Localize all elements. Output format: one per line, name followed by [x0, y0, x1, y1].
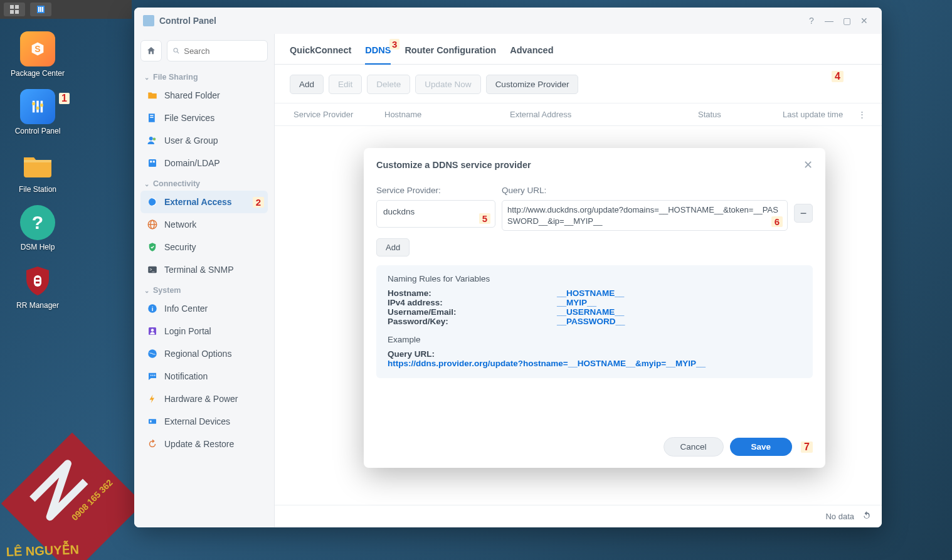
sidebar-item-hardware-power[interactable]: Hardware & Power: [140, 388, 268, 410]
help-icon[interactable]: ?: [803, 12, 820, 29]
sidebar-item-terminal-snmp[interactable]: >_Terminal & SNMP: [140, 258, 268, 281]
callout-badge: 6: [771, 216, 783, 227]
sidebar-item-network[interactable]: Network: [140, 213, 268, 236]
sidebar-item-file-services[interactable]: File Services: [140, 107, 268, 129]
table-header: Service Provider Hostname External Addre…: [275, 103, 882, 126]
sidebar-item-shared-folder[interactable]: Shared Folder: [140, 84, 268, 107]
folder-icon: [147, 90, 158, 101]
desktop-icon-control-panel[interactable]: Control Panel 1: [9, 89, 66, 135]
sidebar-item-update-restore[interactable]: Update & Restore: [140, 433, 268, 455]
chat-icon: [147, 371, 158, 382]
chevron-down-icon: ⌄: [144, 74, 149, 81]
window-title: Control Panel: [159, 16, 216, 26]
desktop-icon-label: Control Panel: [15, 127, 61, 135]
cancel-button[interactable]: Cancel: [664, 437, 724, 457]
desktop-icon-rr-manager[interactable]: RR Manager: [9, 263, 66, 310]
shield-icon: [147, 241, 158, 253]
customize-provider-button[interactable]: Customize Provider: [486, 75, 579, 94]
maximize-icon[interactable]: ▢: [838, 12, 855, 29]
query-url-input[interactable]: http://www.duckdns.org/update?domains=__…: [502, 200, 788, 231]
desktop-icon-label: RR Manager: [16, 301, 59, 310]
section-connectivity[interactable]: ⌄Connectivity: [140, 174, 268, 191]
network-icon: [147, 219, 158, 230]
toolbar: Add Edit Delete Update Now Customize Pro…: [275, 65, 882, 103]
add-row-button[interactable]: Add: [376, 238, 410, 256]
device-icon: [147, 416, 158, 427]
login-icon: [147, 325, 158, 337]
home-button[interactable]: [140, 40, 162, 61]
sidebar-item-user-group[interactable]: User & Group: [140, 129, 268, 152]
search-input[interactable]: [184, 46, 262, 56]
tab-advanced[interactable]: Advanced: [510, 45, 553, 64]
svg-rect-24: [150, 115, 153, 117]
svg-rect-5: [38, 7, 40, 12]
col-service-provider[interactable]: Service Provider: [290, 103, 381, 125]
search-icon: [172, 46, 180, 55]
callout-badge: 7: [801, 441, 813, 453]
tab-quickconnect[interactable]: QuickConnect: [290, 45, 351, 64]
svg-text:S: S: [34, 44, 40, 54]
svg-point-14: [40, 103, 43, 107]
external-access-icon: [147, 196, 158, 208]
sidebar-item-login-portal[interactable]: Login Portal: [140, 320, 268, 342]
section-file-sharing[interactable]: ⌄File Sharing: [140, 68, 268, 84]
col-status[interactable]: Status: [694, 103, 779, 125]
sidebar-item-external-devices[interactable]: External Devices: [140, 410, 268, 433]
close-icon[interactable]: ✕: [855, 12, 873, 29]
tab-router-configuration[interactable]: Router Configuration: [405, 45, 496, 64]
col-hostname[interactable]: Hostname: [381, 103, 506, 125]
sidebar-item-external-access[interactable]: External Access2: [140, 191, 268, 213]
svg-point-12: [32, 102, 35, 105]
desktop-icon-package-center[interactable]: S Package Center: [9, 31, 66, 78]
sidebar-item-domain-ldap[interactable]: Domain/LDAP: [140, 152, 268, 174]
col-last-update[interactable]: Last update time: [779, 103, 854, 125]
tab-ddns[interactable]: DDNS3: [365, 45, 391, 64]
globe-icon: [147, 348, 158, 359]
svg-rect-25: [150, 117, 153, 119]
naming-rules-box: Naming Rules for Variables Hostname:__HO…: [376, 265, 813, 378]
svg-rect-15: [34, 275, 41, 287]
sidebar-item-security[interactable]: Security: [140, 236, 268, 258]
section-system[interactable]: ⌄System: [140, 281, 268, 297]
svg-rect-28: [149, 159, 156, 167]
service-provider-input[interactable]: duckdns: [376, 200, 495, 228]
col-more-icon[interactable]: ⋮: [854, 103, 867, 125]
col-external-address[interactable]: External Address: [506, 103, 694, 125]
taskbar-controlpanel-icon[interactable]: [30, 3, 51, 16]
refresh-icon[interactable]: [862, 510, 872, 522]
taskbar: [0, 0, 132, 19]
remove-row-button[interactable]: −: [794, 204, 813, 223]
dialog-title: Customize a DDNS service provider: [376, 160, 531, 170]
svg-text:i: i: [152, 305, 154, 312]
sidebar: ⌄File Sharing Shared Folder File Service…: [134, 34, 275, 527]
svg-point-21: [174, 48, 177, 52]
close-icon[interactable]: ✕: [803, 158, 813, 172]
desktop-icon-dsm-help[interactable]: ? DSM Help: [9, 205, 66, 251]
sidebar-item-info-center[interactable]: iInfo Center: [140, 297, 268, 320]
svg-rect-2: [10, 10, 14, 14]
rule-key: Password/Key:: [388, 317, 557, 326]
svg-point-40: [151, 329, 154, 332]
taskbar-apps-icon[interactable]: [4, 3, 25, 16]
dialog-footer: Cancel Save 7: [364, 430, 825, 468]
sidebar-item-regional-options[interactable]: Regional Options: [140, 342, 268, 365]
add-button[interactable]: Add: [290, 75, 324, 94]
desktop-icon-file-station[interactable]: File Station: [9, 147, 66, 194]
svg-point-13: [36, 107, 39, 110]
rule-key: IPv4 address:: [388, 298, 557, 307]
desktop-icon-label: Package Center: [11, 69, 65, 78]
minimize-icon[interactable]: —: [820, 12, 838, 29]
callout-badge: 5: [479, 213, 490, 224]
svg-rect-1: [15, 5, 19, 9]
power-icon: [147, 393, 158, 404]
rule-key: Username/Email:: [388, 307, 557, 317]
desktop-icon-label: DSM Help: [21, 243, 55, 251]
chevron-down-icon: ⌄: [144, 287, 149, 294]
svg-rect-3: [15, 10, 19, 14]
save-button[interactable]: Save: [730, 438, 793, 456]
update-now-button: Update Now: [415, 75, 480, 94]
search-box[interactable]: [167, 40, 268, 61]
delete-button: Delete: [367, 75, 410, 94]
sidebar-item-notification[interactable]: Notification: [140, 365, 268, 388]
svg-point-44: [154, 375, 156, 376]
